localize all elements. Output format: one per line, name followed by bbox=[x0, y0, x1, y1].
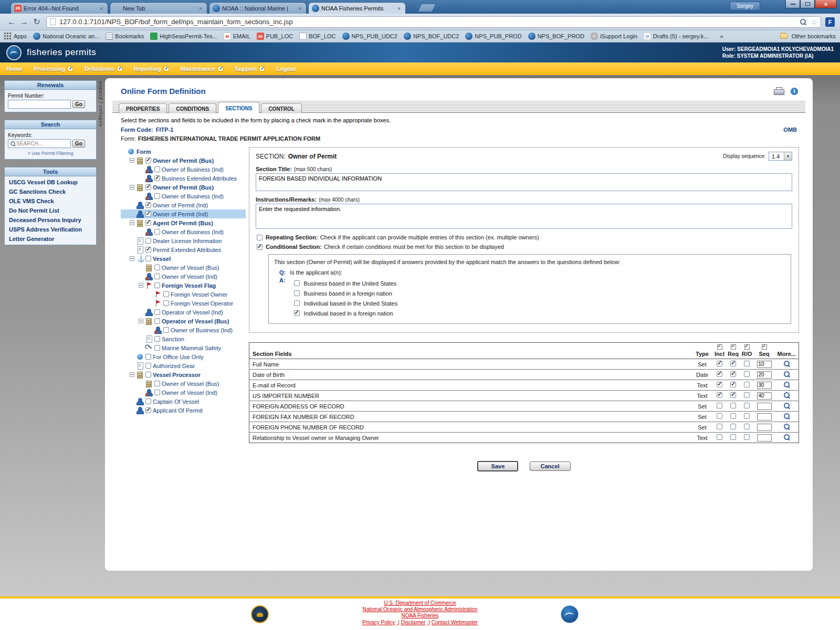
tree-item-checkbox[interactable] bbox=[154, 175, 160, 181]
tree-item-checkbox[interactable] bbox=[154, 336, 160, 342]
tree-item[interactable]: Agent Of Permit (Bus) bbox=[121, 218, 246, 227]
tree-item-checkbox[interactable] bbox=[154, 390, 160, 395]
bookmark-item[interactable]: NPS_BOF_UDC2 bbox=[404, 33, 459, 40]
bookmark-item[interactable]: NPS_BOF_PROD bbox=[528, 33, 584, 40]
forward-icon[interactable]: → bbox=[18, 17, 30, 27]
tree-item-checkbox[interactable] bbox=[163, 327, 169, 333]
field-incl-checkbox[interactable] bbox=[717, 413, 722, 419]
tree-item[interactable]: Vessel Processor bbox=[121, 370, 246, 379]
tree-item-checkbox[interactable] bbox=[145, 372, 151, 377]
tree-item[interactable]: Applicant Of Permit bbox=[121, 406, 246, 415]
form-tab[interactable]: CONTROL bbox=[261, 103, 301, 113]
tree-item[interactable]: Sanction bbox=[121, 334, 246, 343]
bookmark-item[interactable]: Apps bbox=[4, 33, 27, 40]
tool-link[interactable]: OLE VMS Check bbox=[5, 196, 96, 206]
section-title-textarea[interactable]: FOREIGN BASED INDIVIDUAL INFORMATION bbox=[256, 173, 792, 191]
field-ro-checkbox[interactable] bbox=[744, 361, 750, 366]
bookmark-item[interactable]: NPS_PUB_PROD bbox=[465, 33, 521, 40]
renewals-go-button[interactable]: Go bbox=[72, 100, 85, 108]
tree-item-checkbox[interactable] bbox=[145, 238, 151, 244]
tree-item[interactable]: Marine Mammal Safety bbox=[121, 343, 246, 352]
cancel-button[interactable]: Cancel bbox=[530, 461, 571, 471]
reload-icon[interactable]: ↻ bbox=[30, 17, 43, 27]
footer-link[interactable]: National Oceanic and Atmospheric Adminis… bbox=[0, 606, 840, 613]
tool-link[interactable]: USCG Vessel DB Lookup bbox=[5, 177, 96, 187]
field-details-icon[interactable] bbox=[783, 423, 790, 430]
bookmark-item[interactable]: BOF_LOC bbox=[299, 33, 335, 40]
field-req-checkbox[interactable] bbox=[730, 392, 736, 398]
field-details-icon[interactable] bbox=[783, 402, 790, 409]
answer-checkbox[interactable] bbox=[294, 280, 300, 286]
bookmark-item[interactable]: G Drafts (5) - sergey.k... bbox=[644, 33, 709, 40]
tree-item[interactable]: Owner of Business (Ind) bbox=[121, 227, 246, 236]
tree-item[interactable]: Owner of Permit (Bus) bbox=[121, 183, 246, 192]
tree-item[interactable]: Foreign Vessel Flag bbox=[121, 281, 246, 290]
tree-item[interactable]: Form bbox=[121, 147, 246, 156]
field-incl-checkbox[interactable] bbox=[717, 403, 722, 408]
tree-item-checkbox[interactable] bbox=[145, 407, 151, 413]
tree-item-checkbox[interactable] bbox=[145, 158, 151, 163]
tool-link[interactable]: USPS Address Verification bbox=[5, 225, 96, 234]
field-seq-input[interactable] bbox=[757, 371, 772, 379]
tree-item[interactable]: For Office Use Only bbox=[121, 352, 246, 361]
tree-item-checkbox[interactable] bbox=[154, 265, 160, 270]
field-ro-checkbox[interactable] bbox=[744, 434, 750, 440]
tree-item-checkbox[interactable] bbox=[154, 318, 160, 324]
print-icon[interactable] bbox=[774, 87, 783, 95]
footer-link[interactable]: Disclaimer bbox=[401, 620, 432, 626]
field-details-icon[interactable] bbox=[783, 413, 790, 419]
field-seq-input[interactable] bbox=[757, 413, 772, 421]
answer-checkbox[interactable] bbox=[294, 310, 300, 316]
tree-item-checkbox[interactable] bbox=[163, 300, 169, 306]
form-tab[interactable]: PROPERTIES bbox=[119, 103, 167, 113]
info-icon[interactable] bbox=[791, 88, 798, 95]
field-incl-checkbox[interactable] bbox=[717, 371, 722, 377]
tab-close-icon[interactable] bbox=[297, 5, 303, 12]
tree-item-checkbox[interactable] bbox=[145, 247, 151, 253]
field-req-checkbox[interactable] bbox=[730, 413, 736, 419]
tree-item[interactable]: Operator of Vessel (Ind) bbox=[121, 308, 246, 317]
nav-item[interactable]: Definitions bbox=[82, 66, 132, 72]
window-close-button[interactable] bbox=[815, 0, 837, 8]
form-tab[interactable]: SECTIONS bbox=[218, 102, 259, 113]
bookmark-item[interactable]: 26 PUB_LOC bbox=[257, 33, 293, 40]
sidebar-expand-collapse[interactable]: expand / collapse bbox=[98, 81, 103, 127]
footer-link[interactable]: NOAA Fisheries bbox=[0, 613, 840, 619]
tree-item-checkbox[interactable] bbox=[145, 256, 151, 261]
tree-item-checkbox[interactable] bbox=[163, 291, 169, 297]
field-seq-input[interactable] bbox=[757, 392, 772, 400]
window-minimize-button[interactable] bbox=[785, 0, 800, 8]
display-sequence-select[interactable]: 1.4 bbox=[769, 152, 792, 161]
tab-close-icon[interactable] bbox=[197, 5, 204, 12]
bookmark-item[interactable]: Bookmarks bbox=[106, 33, 144, 40]
tree-item-checkbox[interactable] bbox=[154, 345, 160, 351]
tree-item[interactable]: Owner of Permit (Ind) bbox=[121, 209, 246, 218]
field-details-icon[interactable] bbox=[783, 381, 790, 388]
field-req-checkbox[interactable] bbox=[730, 403, 736, 408]
tree-item[interactable]: Owner of Vessel (Bus) bbox=[121, 379, 246, 388]
tree-item[interactable]: Owner of Business (Ind) bbox=[121, 192, 246, 201]
nav-item[interactable]: Processing bbox=[32, 66, 82, 72]
tree-item-checkbox[interactable] bbox=[145, 398, 151, 404]
tree-item[interactable]: Foreign Vessel Operator bbox=[121, 299, 246, 308]
tree-item[interactable]: Captain Of Vessel bbox=[121, 397, 246, 406]
browser-tab[interactable]: NOAA Fisheries Permits bbox=[308, 2, 406, 14]
field-incl-checkbox[interactable] bbox=[717, 424, 722, 429]
seq-toggle-all-icon[interactable] bbox=[762, 344, 767, 350]
answer-checkbox[interactable] bbox=[294, 290, 300, 296]
tree-item-checkbox[interactable] bbox=[154, 229, 160, 235]
field-ro-checkbox[interactable] bbox=[744, 371, 750, 377]
field-incl-checkbox[interactable] bbox=[717, 392, 722, 398]
tree-item-checkbox[interactable] bbox=[154, 282, 160, 288]
field-seq-input[interactable] bbox=[757, 382, 772, 389]
tree-item[interactable]: Foreign Vessel Owner bbox=[121, 290, 246, 299]
conditional-section-checkbox[interactable] bbox=[257, 244, 262, 250]
field-seq-input[interactable] bbox=[757, 361, 772, 368]
ro-toggle-all-icon[interactable] bbox=[744, 344, 750, 350]
tree-item-checkbox[interactable] bbox=[145, 363, 151, 369]
tree-item[interactable]: Dealer License Information bbox=[121, 236, 246, 245]
tree-item[interactable]: Vessel bbox=[121, 254, 246, 263]
search-go-button[interactable]: Go bbox=[72, 140, 85, 148]
tool-link[interactable]: Do Not Permit List bbox=[5, 206, 96, 215]
keywords-search-box[interactable] bbox=[8, 139, 71, 148]
